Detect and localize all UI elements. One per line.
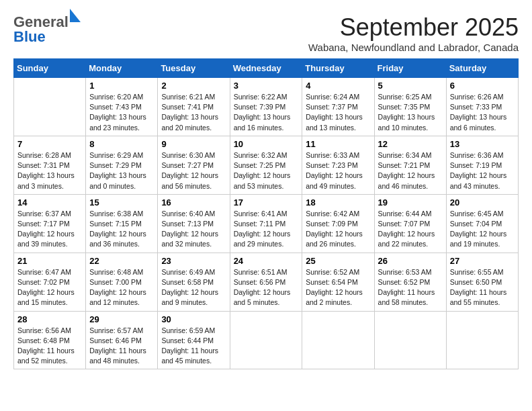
day-info: Sunrise: 6:37 AM Sunset: 7:17 PM Dayligh…: [17, 209, 82, 250]
day-number: 3: [234, 81, 299, 91]
calendar-cell: 5Sunrise: 6:25 AM Sunset: 7:35 PM Daylig…: [374, 78, 446, 136]
day-info: Sunrise: 6:30 AM Sunset: 7:27 PM Dayligh…: [161, 150, 226, 191]
day-number: 2: [161, 81, 226, 91]
day-number: 4: [306, 81, 370, 91]
day-number: 17: [234, 197, 299, 208]
day-info: Sunrise: 6:20 AM Sunset: 7:43 PM Dayligh…: [89, 92, 154, 133]
day-header-sunday: Sunday: [14, 59, 86, 78]
calendar-cell: 29Sunrise: 6:57 AM Sunset: 6:46 PM Dayli…: [86, 311, 158, 369]
day-number: 15: [89, 197, 154, 208]
day-number: 25: [306, 256, 370, 266]
day-header-saturday: Saturday: [446, 59, 518, 78]
calendar-header-row: SundayMondayTuesdayWednesdayThursdayFrid…: [14, 59, 519, 78]
calendar-cell: 2Sunrise: 6:21 AM Sunset: 7:41 PM Daylig…: [158, 78, 230, 136]
day-info: Sunrise: 6:49 AM Sunset: 6:58 PM Dayligh…: [161, 267, 226, 308]
calendar-cell: 21Sunrise: 6:47 AM Sunset: 7:02 PM Dayli…: [14, 253, 86, 311]
calendar-cell: [302, 311, 374, 369]
calendar-cell: 26Sunrise: 6:53 AM Sunset: 6:52 PM Dayli…: [374, 253, 446, 311]
day-number: 27: [450, 256, 515, 266]
calendar-cell: [14, 78, 86, 136]
day-info: Sunrise: 6:33 AM Sunset: 7:23 PM Dayligh…: [306, 150, 370, 191]
day-header-monday: Monday: [86, 59, 158, 78]
day-info: Sunrise: 6:36 AM Sunset: 7:19 PM Dayligh…: [450, 150, 515, 191]
day-number: 14: [17, 197, 82, 208]
day-info: Sunrise: 6:52 AM Sunset: 6:54 PM Dayligh…: [306, 267, 370, 308]
logo-blue-text: Blue: [13, 28, 46, 46]
calendar-cell: 15Sunrise: 6:38 AM Sunset: 7:15 PM Dayli…: [86, 194, 158, 253]
day-info: Sunrise: 6:47 AM Sunset: 7:02 PM Dayligh…: [17, 267, 82, 308]
day-number: 26: [378, 256, 443, 266]
calendar-table: SundayMondayTuesdayWednesdayThursdayFrid…: [13, 58, 519, 369]
day-number: 7: [17, 139, 82, 149]
calendar-cell: 27Sunrise: 6:55 AM Sunset: 6:50 PM Dayli…: [446, 253, 518, 311]
day-number: 19: [378, 197, 443, 208]
location-subtitle: Wabana, Newfoundland and Labrador, Canad…: [308, 42, 519, 53]
calendar-cell: 1Sunrise: 6:20 AM Sunset: 7:43 PM Daylig…: [86, 78, 158, 136]
day-header-friday: Friday: [374, 59, 446, 78]
month-title: September 2025: [308, 13, 519, 42]
calendar-cell: 12Sunrise: 6:34 AM Sunset: 7:21 PM Dayli…: [374, 136, 446, 194]
day-info: Sunrise: 6:34 AM Sunset: 7:21 PM Dayligh…: [378, 150, 443, 191]
day-header-wednesday: Wednesday: [230, 59, 302, 78]
calendar-cell: 18Sunrise: 6:42 AM Sunset: 7:09 PM Dayli…: [302, 194, 374, 253]
day-info: Sunrise: 6:53 AM Sunset: 6:52 PM Dayligh…: [378, 267, 443, 308]
logo: General Blue: [13, 13, 70, 46]
day-number: 11: [306, 139, 370, 149]
calendar-cell: 7Sunrise: 6:28 AM Sunset: 7:31 PM Daylig…: [14, 136, 86, 194]
day-number: 18: [306, 197, 370, 208]
calendar-week-3: 14Sunrise: 6:37 AM Sunset: 7:17 PM Dayli…: [14, 194, 519, 253]
calendar-cell: 6Sunrise: 6:26 AM Sunset: 7:33 PM Daylig…: [446, 78, 518, 136]
calendar-week-5: 28Sunrise: 6:56 AM Sunset: 6:48 PM Dayli…: [14, 311, 519, 369]
calendar-cell: [374, 311, 446, 369]
calendar-week-2: 7Sunrise: 6:28 AM Sunset: 7:31 PM Daylig…: [14, 136, 519, 194]
day-info: Sunrise: 6:21 AM Sunset: 7:41 PM Dayligh…: [161, 92, 226, 133]
calendar-cell: [230, 311, 302, 369]
day-number: 9: [161, 139, 226, 149]
calendar-cell: 17Sunrise: 6:41 AM Sunset: 7:11 PM Dayli…: [230, 194, 302, 253]
day-info: Sunrise: 6:32 AM Sunset: 7:25 PM Dayligh…: [234, 150, 299, 191]
calendar-cell: 25Sunrise: 6:52 AM Sunset: 6:54 PM Dayli…: [302, 253, 374, 311]
day-info: Sunrise: 6:38 AM Sunset: 7:15 PM Dayligh…: [89, 209, 154, 250]
title-block: September 2025 Wabana, Newfoundland and …: [308, 13, 519, 53]
calendar-cell: 10Sunrise: 6:32 AM Sunset: 7:25 PM Dayli…: [230, 136, 302, 194]
page-header: General Blue September 2025 Wabana, Newf…: [13, 13, 519, 53]
day-number: 28: [17, 314, 82, 324]
day-header-tuesday: Tuesday: [158, 59, 230, 78]
day-info: Sunrise: 6:55 AM Sunset: 6:50 PM Dayligh…: [450, 267, 515, 308]
day-info: Sunrise: 6:56 AM Sunset: 6:48 PM Dayligh…: [17, 326, 82, 367]
calendar-cell: 16Sunrise: 6:40 AM Sunset: 7:13 PM Dayli…: [158, 194, 230, 253]
day-info: Sunrise: 6:45 AM Sunset: 7:04 PM Dayligh…: [450, 209, 515, 250]
day-info: Sunrise: 6:41 AM Sunset: 7:11 PM Dayligh…: [234, 209, 299, 250]
calendar-cell: 8Sunrise: 6:29 AM Sunset: 7:29 PM Daylig…: [86, 136, 158, 194]
day-info: Sunrise: 6:29 AM Sunset: 7:29 PM Dayligh…: [89, 150, 154, 191]
calendar-cell: [446, 311, 518, 369]
day-info: Sunrise: 6:44 AM Sunset: 7:07 PM Dayligh…: [378, 209, 443, 250]
calendar-cell: 9Sunrise: 6:30 AM Sunset: 7:27 PM Daylig…: [158, 136, 230, 194]
day-number: 16: [161, 197, 226, 208]
calendar-cell: 28Sunrise: 6:56 AM Sunset: 6:48 PM Dayli…: [14, 311, 86, 369]
day-number: 23: [161, 256, 226, 266]
day-info: Sunrise: 6:40 AM Sunset: 7:13 PM Dayligh…: [161, 209, 226, 250]
day-header-thursday: Thursday: [302, 59, 374, 78]
calendar-week-4: 21Sunrise: 6:47 AM Sunset: 7:02 PM Dayli…: [14, 253, 519, 311]
day-number: 6: [450, 81, 515, 91]
day-number: 22: [89, 256, 154, 266]
calendar-cell: 4Sunrise: 6:24 AM Sunset: 7:37 PM Daylig…: [302, 78, 374, 136]
day-number: 1: [89, 81, 154, 91]
calendar-cell: 20Sunrise: 6:45 AM Sunset: 7:04 PM Dayli…: [446, 194, 518, 253]
day-number: 21: [17, 256, 82, 266]
day-info: Sunrise: 6:26 AM Sunset: 7:33 PM Dayligh…: [450, 92, 515, 133]
day-number: 29: [89, 314, 154, 324]
day-info: Sunrise: 6:51 AM Sunset: 6:56 PM Dayligh…: [234, 267, 299, 308]
calendar-cell: 30Sunrise: 6:59 AM Sunset: 6:44 PM Dayli…: [158, 311, 230, 369]
day-info: Sunrise: 6:28 AM Sunset: 7:31 PM Dayligh…: [17, 150, 82, 191]
day-info: Sunrise: 6:42 AM Sunset: 7:09 PM Dayligh…: [306, 209, 370, 250]
day-info: Sunrise: 6:57 AM Sunset: 6:46 PM Dayligh…: [89, 326, 154, 367]
calendar-cell: 23Sunrise: 6:49 AM Sunset: 6:58 PM Dayli…: [158, 253, 230, 311]
calendar-cell: 22Sunrise: 6:48 AM Sunset: 7:00 PM Dayli…: [86, 253, 158, 311]
calendar-cell: 14Sunrise: 6:37 AM Sunset: 7:17 PM Dayli…: [14, 194, 86, 253]
calendar-week-1: 1Sunrise: 6:20 AM Sunset: 7:43 PM Daylig…: [14, 78, 519, 136]
calendar-cell: 11Sunrise: 6:33 AM Sunset: 7:23 PM Dayli…: [302, 136, 374, 194]
calendar-cell: 13Sunrise: 6:36 AM Sunset: 7:19 PM Dayli…: [446, 136, 518, 194]
day-info: Sunrise: 6:59 AM Sunset: 6:44 PM Dayligh…: [161, 326, 226, 367]
